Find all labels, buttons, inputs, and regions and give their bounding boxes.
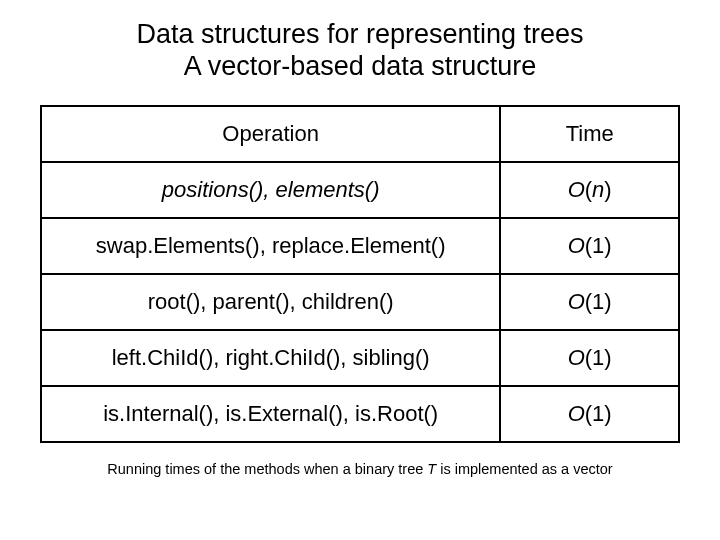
big-o-arg: 1 (592, 289, 604, 314)
slide: Data structures for representing trees A… (0, 0, 720, 540)
big-o-arg: 1 (592, 345, 604, 370)
time-cell: O(1) (500, 330, 679, 386)
big-o: O (568, 345, 585, 370)
big-o: O (568, 233, 585, 258)
time-cell: O(1) (500, 386, 679, 442)
operation-cell: positions(), elements() (41, 162, 500, 218)
big-o-arg: 1 (592, 401, 604, 426)
complexity-table: Operation Time positions(), elements() O… (40, 105, 680, 443)
header-time: Time (500, 106, 679, 162)
big-o-close: ) (604, 177, 611, 202)
caption: Running times of the methods when a bina… (40, 461, 680, 477)
operation-cell: is.Internal(), is.External(), is.Root() (41, 386, 500, 442)
op-text-em: positions(), elements() (162, 177, 380, 202)
op-text: swap.Elements(), replace.Element() (96, 233, 446, 258)
big-o-close: ) (604, 345, 611, 370)
title-line-2: A vector-based data structure (40, 50, 680, 82)
table-row: is.Internal(), is.External(), is.Root() … (41, 386, 679, 442)
table-header-row: Operation Time (41, 106, 679, 162)
time-cell: O(1) (500, 218, 679, 274)
operation-cell: swap.Elements(), replace.Element() (41, 218, 500, 274)
op-text: is.Internal(), is.External(), is.Root() (103, 401, 438, 426)
big-o-close: ) (604, 401, 611, 426)
table-row: positions(), elements() O(n) (41, 162, 679, 218)
big-o-close: ) (604, 289, 611, 314)
big-o-arg: 1 (592, 233, 604, 258)
big-o-close: ) (604, 233, 611, 258)
time-cell: O(n) (500, 162, 679, 218)
op-text: left.ChiId(), right.ChiId(), sibling() (112, 345, 430, 370)
caption-text: Running times of the methods when a bina… (107, 461, 427, 477)
time-cell: O(1) (500, 274, 679, 330)
caption-text: is implemented as a vector (436, 461, 613, 477)
operation-cell: left.ChiId(), right.ChiId(), sibling() (41, 330, 500, 386)
header-operation: Operation (41, 106, 500, 162)
operation-cell: root(), parent(), children() (41, 274, 500, 330)
slide-title: Data structures for representing trees A… (40, 18, 680, 83)
big-o: O (568, 289, 585, 314)
table-row: left.ChiId(), right.ChiId(), sibling() O… (41, 330, 679, 386)
big-o: O (568, 401, 585, 426)
op-text: root(), parent(), children() (148, 289, 394, 314)
title-line-1: Data structures for representing trees (40, 18, 680, 50)
big-o: O (568, 177, 585, 202)
table-row: root(), parent(), children() O(1) (41, 274, 679, 330)
table-row: swap.Elements(), replace.Element() O(1) (41, 218, 679, 274)
big-o-arg: n (592, 177, 604, 202)
caption-em: T (427, 461, 436, 477)
